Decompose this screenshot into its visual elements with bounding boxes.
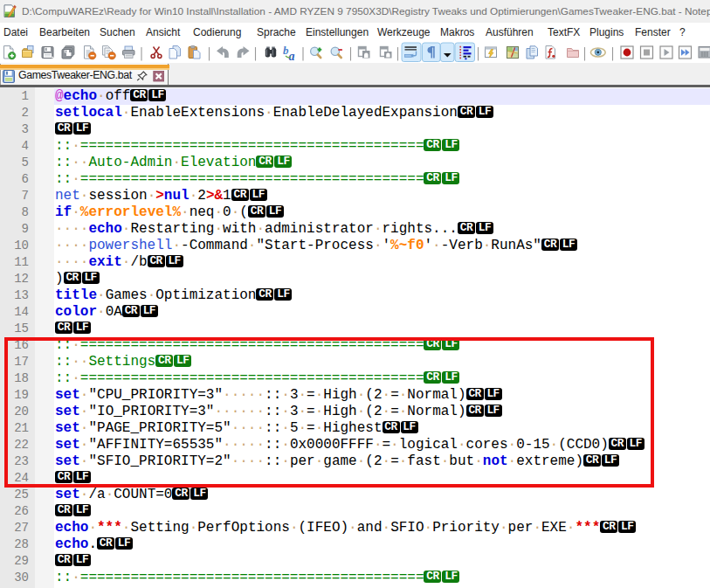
svg-text:a: a	[289, 50, 295, 63]
